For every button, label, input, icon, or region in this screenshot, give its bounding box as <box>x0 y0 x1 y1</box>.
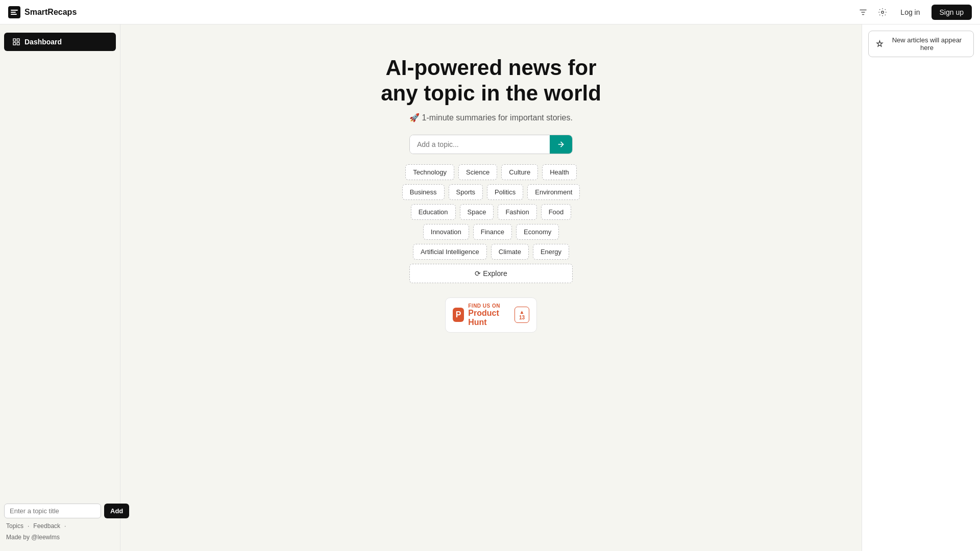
signup-button[interactable]: Sign up <box>932 5 972 20</box>
layout: Dashboard Add Topics · Feedback · Made b… <box>0 24 980 551</box>
settings-icon <box>878 8 887 17</box>
svg-rect-5 <box>13 39 16 41</box>
ph-upvote-arrow: ▲ <box>519 309 524 315</box>
ph-upvote-count: 13 <box>519 315 525 320</box>
ph-find-us-text: FIND US ON <box>468 303 509 309</box>
sidebar: Dashboard Add Topics · Feedback · Made b… <box>0 24 120 551</box>
topics-grid: Technology Science Culture Health Busine… <box>409 164 573 283</box>
arrow-right-icon <box>557 140 565 148</box>
topics-row-1: Technology Science Culture Health <box>409 164 573 180</box>
dashboard-icon <box>12 38 20 46</box>
header: SmartRecaps Log in Sign up <box>0 0 980 24</box>
ph-left: P FIND US ON Product Hunt <box>453 303 509 327</box>
right-panel: New articles will appear here <box>862 24 980 551</box>
topic-chip-food[interactable]: Food <box>541 204 572 220</box>
topic-chip-science[interactable]: Science <box>458 164 497 180</box>
new-articles-text: New articles will appear here <box>888 36 966 52</box>
svg-point-4 <box>881 11 884 13</box>
hero-title: AI-powered news forany topic in the worl… <box>381 55 601 107</box>
sidebar-item-dashboard[interactable]: Dashboard <box>4 33 116 51</box>
main-content: AI-powered news forany topic in the worl… <box>120 24 862 551</box>
logo: SmartRecaps <box>8 6 77 18</box>
topic-chip-sports[interactable]: Sports <box>449 184 483 200</box>
made-by-link[interactable]: Made by @leewlms <box>6 534 60 541</box>
feedback-link[interactable]: Feedback <box>33 522 60 530</box>
topic-chip-education[interactable]: Education <box>411 204 456 220</box>
topic-chip-politics[interactable]: Politics <box>487 184 523 200</box>
topic-input-area: Add <box>4 504 116 518</box>
topic-chip-climate[interactable]: Climate <box>491 244 529 260</box>
topic-chip-innovation[interactable]: Innovation <box>423 224 469 240</box>
explore-button[interactable]: ⟳ Explore <box>409 264 573 283</box>
topics-link[interactable]: Topics <box>6 522 23 530</box>
sparkle-icon <box>876 40 884 48</box>
topic-search-input[interactable] <box>410 135 550 154</box>
topic-chip-business[interactable]: Business <box>402 184 445 200</box>
ph-logo-icon: P <box>453 308 464 322</box>
search-bar <box>409 135 573 154</box>
topics-row-4: Innovation Finance Economy <box>409 224 573 240</box>
sidebar-bottom: Add Topics · Feedback · Made by @leewlms <box>0 504 120 545</box>
topic-chip-environment[interactable]: Environment <box>527 184 580 200</box>
topic-chip-technology[interactable]: Technology <box>405 164 454 180</box>
topic-title-input[interactable] <box>4 504 101 518</box>
filter-icon <box>859 8 868 17</box>
sidebar-top: Dashboard <box>0 31 120 53</box>
sidebar-footer: Topics · Feedback · Made by @leewlms <box>4 522 116 541</box>
new-articles-button[interactable]: New articles will appear here <box>868 31 974 57</box>
topic-chip-ai[interactable]: Artificial Intelligence <box>413 244 487 260</box>
svg-rect-6 <box>17 39 19 41</box>
topics-row-explore: ⟳ Explore <box>409 264 573 283</box>
product-hunt-badge[interactable]: P FIND US ON Product Hunt ▲ 13 <box>445 297 537 333</box>
hero-subtitle: 🚀 1-minute summaries for important stori… <box>409 113 573 122</box>
filter-button[interactable] <box>856 6 870 19</box>
login-button[interactable]: Log in <box>895 5 925 19</box>
settings-button[interactable] <box>876 6 889 19</box>
topic-chip-health[interactable]: Health <box>542 164 577 180</box>
svg-rect-8 <box>17 42 19 45</box>
ph-upvote-button[interactable]: ▲ 13 <box>514 307 529 323</box>
topic-chip-energy[interactable]: Energy <box>533 244 569 260</box>
topic-chip-culture[interactable]: Culture <box>501 164 538 180</box>
topics-row-2: Business Sports Politics Environment <box>409 184 573 200</box>
svg-rect-7 <box>13 42 16 45</box>
topic-chip-space[interactable]: Space <box>460 204 494 220</box>
logo-text: SmartRecaps <box>24 8 77 17</box>
ph-name-text: Product Hunt <box>468 309 509 327</box>
topics-row-5: Artificial Intelligence Climate Energy <box>409 244 573 260</box>
ph-text-block: FIND US ON Product Hunt <box>468 303 509 327</box>
header-right: Log in Sign up <box>856 5 972 20</box>
topic-chip-economy[interactable]: Economy <box>516 224 559 240</box>
topics-row-3: Education Space Fashion Food <box>409 204 573 220</box>
topic-chip-fashion[interactable]: Fashion <box>498 204 536 220</box>
topic-chip-finance[interactable]: Finance <box>473 224 512 240</box>
dashboard-label: Dashboard <box>24 38 62 46</box>
search-submit-button[interactable] <box>550 135 572 154</box>
logo-icon <box>8 6 20 18</box>
